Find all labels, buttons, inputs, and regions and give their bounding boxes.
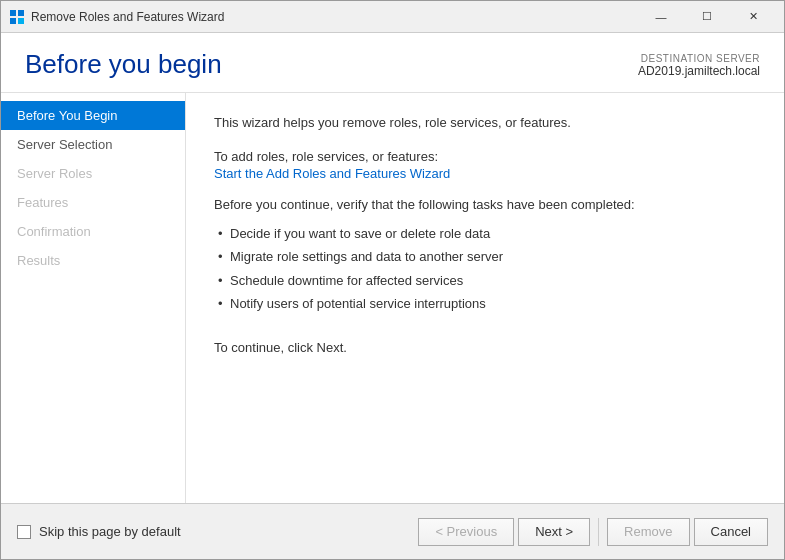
titlebar-controls: — ☐ ✕ [638, 1, 776, 33]
add-roles-prompt: To add roles, role services, or features… [214, 149, 756, 164]
sidebar-item-server-roles: Server Roles [1, 159, 185, 188]
titlebar: Remove Roles and Features Wizard — ☐ ✕ [1, 1, 784, 33]
content-intro: This wizard helps you remove roles, role… [214, 113, 756, 133]
footer-left: Skip this page by default [17, 524, 418, 539]
sidebar: Before You Begin Server Selection Server… [1, 93, 186, 503]
skip-page-label: Skip this page by default [39, 524, 181, 539]
minimize-button[interactable]: — [638, 1, 684, 33]
wizard-window: Remove Roles and Features Wizard — ☐ ✕ B… [0, 0, 785, 560]
main-content: Before you begin DESTINATION SERVER AD20… [1, 33, 784, 503]
cancel-button[interactable]: Cancel [694, 518, 768, 546]
bullet-list: Decide if you want to save or delete rol… [214, 222, 756, 316]
remove-button[interactable]: Remove [607, 518, 689, 546]
body-area: Before You Begin Server Selection Server… [1, 92, 784, 503]
list-item: Migrate role settings and data to anothe… [214, 245, 756, 269]
skip-page-checkbox[interactable] [17, 525, 31, 539]
destination-server-name: AD2019.jamiltech.local [638, 64, 760, 78]
maximize-button[interactable]: ☐ [684, 1, 730, 33]
destination-server-label: DESTINATION SERVER [638, 53, 760, 64]
titlebar-title: Remove Roles and Features Wizard [31, 10, 638, 24]
verify-prompt: Before you continue, verify that the fol… [214, 197, 756, 212]
footer-buttons: < Previous Next > Remove Cancel [418, 518, 768, 546]
svg-rect-1 [18, 10, 24, 16]
sidebar-item-results: Results [1, 246, 185, 275]
svg-rect-3 [18, 18, 24, 24]
close-button[interactable]: ✕ [730, 1, 776, 33]
sidebar-item-before-you-begin[interactable]: Before You Begin [1, 101, 185, 130]
add-roles-section: To add roles, role services, or features… [214, 149, 756, 181]
previous-button[interactable]: < Previous [418, 518, 514, 546]
add-roles-link[interactable]: Start the Add Roles and Features Wizard [214, 166, 450, 181]
content-area: This wizard helps you remove roles, role… [186, 93, 784, 503]
button-separator [598, 518, 599, 546]
footer: Skip this page by default < Previous Nex… [1, 503, 784, 559]
list-item: Schedule downtime for affected services [214, 269, 756, 293]
list-item: Decide if you want to save or delete rol… [214, 222, 756, 246]
skip-page-checkbox-container[interactable]: Skip this page by default [17, 524, 181, 539]
destination-server-info: DESTINATION SERVER AD2019.jamiltech.loca… [638, 53, 760, 78]
verify-section: Before you continue, verify that the fol… [214, 197, 756, 316]
page-header: Before you begin DESTINATION SERVER AD20… [1, 33, 784, 92]
svg-rect-0 [10, 10, 16, 16]
sidebar-item-server-selection[interactable]: Server Selection [1, 130, 185, 159]
continue-text: To continue, click Next. [214, 340, 756, 355]
sidebar-item-features: Features [1, 188, 185, 217]
app-icon [9, 9, 25, 25]
sidebar-item-confirmation: Confirmation [1, 217, 185, 246]
list-item: Notify users of potential service interr… [214, 292, 756, 316]
next-button[interactable]: Next > [518, 518, 590, 546]
page-title: Before you begin [25, 49, 222, 80]
svg-rect-2 [10, 18, 16, 24]
